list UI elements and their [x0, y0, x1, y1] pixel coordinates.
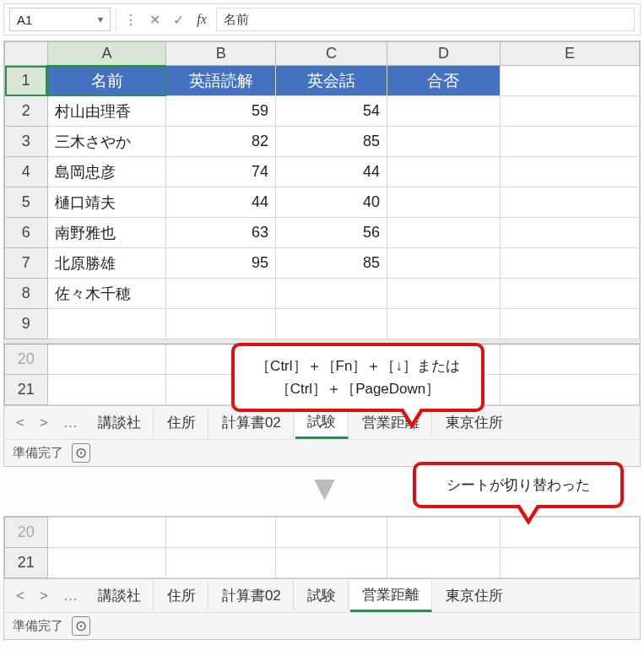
sheet-tab[interactable]: 試験 [295, 581, 349, 610]
tab-nav-next-icon[interactable]: > [33, 415, 55, 431]
row-header[interactable]: 9 [5, 309, 48, 339]
cell[interactable]: 82 [166, 127, 276, 157]
cell[interactable] [47, 344, 166, 375]
cell[interactable] [501, 187, 640, 218]
cell[interactable] [501, 548, 640, 578]
cell[interactable] [47, 548, 166, 578]
cell[interactable]: 85 [276, 127, 387, 157]
col-header-E[interactable]: E [501, 42, 640, 66]
cell[interactable]: 59 [166, 96, 276, 127]
col-header-B[interactable]: B [166, 42, 276, 66]
cell[interactable]: 95 [166, 248, 276, 279]
cell[interactable] [501, 344, 640, 375]
cell[interactable] [501, 127, 640, 157]
cancel-icon[interactable]: ✕ [145, 12, 164, 28]
sheet-tab-active[interactable]: 営業距離 [350, 580, 432, 612]
cell-E1[interactable] [501, 66, 640, 96]
cell[interactable] [276, 518, 387, 548]
cell[interactable] [387, 187, 500, 218]
cell[interactable]: 74 [166, 157, 276, 187]
sheet-tab[interactable]: 東京住所 [434, 408, 515, 437]
row-header[interactable]: 6 [5, 218, 48, 248]
chevron-down-icon[interactable]: ▾ [98, 14, 103, 25]
row-header[interactable]: 5 [5, 187, 48, 218]
cell[interactable] [501, 218, 640, 248]
row-header[interactable]: 1 [5, 66, 48, 96]
cell[interactable] [501, 248, 640, 279]
cell[interactable]: 44 [276, 157, 387, 187]
cell-D1[interactable]: 合否 [387, 66, 500, 96]
confirm-icon[interactable]: ✓ [169, 12, 187, 28]
cell[interactable] [387, 127, 500, 157]
tab-nav-more-icon[interactable]: … [57, 415, 84, 431]
cell[interactable]: 54 [276, 96, 387, 127]
cell[interactable] [501, 375, 640, 405]
cell[interactable] [501, 279, 640, 309]
row-header[interactable]: 4 [5, 157, 48, 187]
cell[interactable] [387, 248, 500, 279]
row-header[interactable]: 3 [5, 127, 48, 157]
cell[interactable] [387, 157, 500, 187]
col-header-D[interactable]: D [387, 42, 500, 66]
row-header[interactable]: 21 [5, 375, 48, 405]
sheet-tab[interactable]: 計算書02 [210, 581, 294, 610]
cell[interactable] [387, 518, 500, 548]
cell[interactable]: 島岡忠彦 [47, 157, 166, 187]
cell[interactable] [387, 548, 500, 578]
cell[interactable] [387, 218, 500, 248]
cell[interactable] [501, 157, 640, 187]
row-header[interactable]: 2 [5, 96, 48, 127]
row-header[interactable]: 20 [5, 518, 48, 548]
cell[interactable] [387, 309, 500, 339]
cell[interactable]: 63 [166, 218, 276, 248]
sheet-tab[interactable]: 住所 [155, 408, 208, 437]
cell[interactable] [166, 279, 276, 309]
cell[interactable]: 村山由理香 [47, 96, 166, 127]
cell-A1[interactable]: 名前 [47, 66, 166, 96]
cell[interactable]: 南野雅也 [47, 218, 166, 248]
tab-nav-more-icon[interactable]: … [57, 588, 84, 604]
row-header[interactable]: 21 [5, 548, 48, 578]
cell[interactable] [501, 309, 640, 339]
sheet-tab[interactable]: 東京住所 [434, 581, 515, 610]
sheet-tab[interactable]: 住所 [155, 581, 208, 610]
row-header[interactable]: 8 [5, 279, 48, 309]
cell[interactable]: 56 [276, 218, 387, 248]
cell[interactable]: 佐々木千穂 [47, 279, 166, 309]
cell[interactable]: 三木さやか [47, 127, 166, 157]
sheet-tab[interactable]: 講談社 [86, 408, 154, 437]
cell-C1[interactable]: 英会話 [276, 66, 387, 96]
cell[interactable]: 44 [166, 187, 276, 218]
ellipsis-icon[interactable]: ⋮ [122, 12, 140, 28]
row-header[interactable]: 7 [5, 248, 48, 279]
cell[interactable]: 85 [276, 248, 387, 279]
cell[interactable] [166, 309, 276, 339]
cell[interactable] [47, 518, 166, 548]
cell[interactable] [166, 518, 276, 548]
cell-B1[interactable]: 英語読解 [166, 66, 276, 96]
accessibility-icon[interactable]: ⊙ [72, 443, 90, 463]
cell[interactable] [387, 279, 500, 309]
cell[interactable] [387, 96, 500, 127]
fx-icon[interactable]: fx [192, 12, 211, 27]
sheet-tab[interactable]: 講談社 [86, 581, 154, 610]
cell[interactable] [501, 96, 640, 127]
tab-nav-prev-icon[interactable]: < [9, 415, 31, 431]
cell[interactable]: 北原勝雄 [47, 248, 166, 279]
col-header-A[interactable]: A [47, 42, 166, 66]
grid[interactable]: 20 21 [4, 517, 640, 578]
cell[interactable] [276, 548, 387, 578]
cell[interactable] [276, 279, 387, 309]
cell[interactable] [166, 548, 276, 578]
sheet-tab[interactable]: 計算書02 [210, 408, 294, 437]
cell[interactable] [47, 375, 166, 405]
name-box[interactable]: A1 ▾ [9, 8, 111, 31]
tab-nav-next-icon[interactable]: > [33, 588, 55, 604]
accessibility-icon[interactable]: ⊙ [72, 616, 90, 636]
col-header-C[interactable]: C [276, 42, 387, 66]
tab-nav-prev-icon[interactable]: < [9, 588, 31, 604]
row-header[interactable]: 20 [5, 344, 48, 375]
cell[interactable] [47, 309, 166, 339]
cell[interactable] [276, 309, 387, 339]
cell[interactable]: 40 [276, 187, 387, 218]
